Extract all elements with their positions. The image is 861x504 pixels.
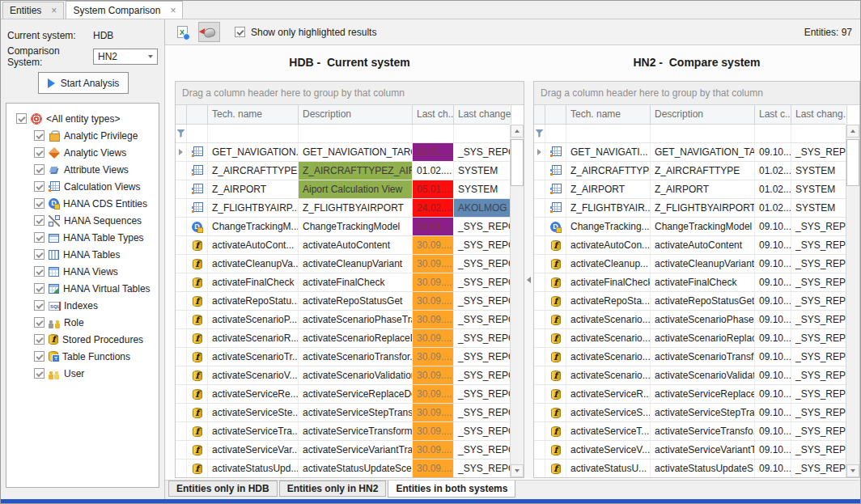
checkbox[interactable] <box>34 351 45 362</box>
checkbox[interactable] <box>34 317 45 328</box>
last-change-cell[interactable]: 01.02... <box>755 199 791 217</box>
table-row[interactable]: activateScenario...activateScenarioTrans… <box>534 348 846 366</box>
table-row[interactable]: activateServiceT...activateServiceTransf… <box>534 422 846 441</box>
row-indicator[interactable] <box>176 273 187 291</box>
tech-name-cell[interactable]: activateScenario... <box>566 311 651 328</box>
entity-icon-cell[interactable] <box>187 199 208 217</box>
tab-entities[interactable]: Entities× <box>2 2 64 19</box>
last-changed-by-cell[interactable]: _SYS_REPO <box>454 460 511 477</box>
entity-icon-cell[interactable] <box>545 329 566 347</box>
last-changed-by-cell[interactable]: _SYS_REPO <box>791 385 847 403</box>
last-changed-by-cell[interactable]: SYSTEM <box>454 162 511 180</box>
description-cell[interactable]: activateServiceReplace... <box>651 385 755 403</box>
tree-item-hana-cds-entities[interactable]: HANA CDS Entities <box>8 195 157 212</box>
tech-name-cell[interactable]: activateCleanupVa... <box>208 255 299 273</box>
last-changed-by-cell[interactable]: _SYS_REPO <box>791 236 847 254</box>
table-row[interactable]: ChangeTrackingM...ChangeTrackingModel19.… <box>176 218 510 236</box>
last-change-cell[interactable]: 09.10... <box>755 441 791 459</box>
tech-name-cell[interactable]: activateScenarioTr... <box>208 348 299 366</box>
row-indicator[interactable] <box>534 273 545 291</box>
table-row[interactable]: activateServiceTra...activateServiceTran… <box>176 422 510 441</box>
row-indicator[interactable] <box>176 255 187 273</box>
row-indicator[interactable] <box>176 460 187 477</box>
entity-icon-cell[interactable] <box>187 404 208 421</box>
last-changed-by-cell[interactable]: AKOLMOG <box>454 199 511 217</box>
table-row[interactable]: Z_AIRCRAFTTYPEZ_AIRCRAFTTYPE01.02...SYST… <box>534 162 846 180</box>
tree-item-role[interactable]: Role <box>8 314 157 331</box>
tech-name-cell[interactable]: activateServiceV... <box>566 441 651 459</box>
last-change-cell[interactable]: 24.02.... <box>413 199 454 217</box>
last-change-cell[interactable]: 30.09.... <box>413 460 454 477</box>
bottom-tab-entities-only-in-hn2[interactable]: Entities only in HN2 <box>279 481 387 497</box>
tech-name-cell[interactable]: GET_NAVIGATI... <box>566 143 651 161</box>
table-row[interactable]: GET_NAVIGATION...GET_NAVIGATION_TARG...1… <box>176 143 510 162</box>
last-changed-by-cell[interactable]: _SYS_REPO <box>454 422 511 440</box>
group-by-panel[interactable]: Drag a column header here to group by th… <box>176 82 524 105</box>
entity-icon-cell[interactable] <box>187 422 208 440</box>
entity-icon-cell[interactable] <box>545 143 566 161</box>
description-cell[interactable]: activateRepoStatusGet <box>299 292 413 310</box>
last-change-cell[interactable]: 30.09.... <box>413 329 454 347</box>
row-indicator[interactable] <box>176 162 187 180</box>
last-change-cell[interactable]: 09.10... <box>755 385 791 403</box>
last-change-cell[interactable]: 30.09.... <box>413 422 454 440</box>
row-indicator[interactable] <box>176 292 187 310</box>
description-cell[interactable]: activateCleanupVariant <box>299 255 413 273</box>
last-changed-by-cell[interactable]: SYSTEM <box>791 199 847 217</box>
table-row[interactable]: activateStatusU...activateStatusUpdateS.… <box>534 460 846 478</box>
last-changed-by-cell[interactable]: _SYS_REPO <box>454 311 511 328</box>
last-change-cell[interactable]: 30.09.... <box>413 441 454 459</box>
description-cell[interactable]: activateServiceReplaceDe... <box>299 385 413 403</box>
table-row[interactable]: activateAutoCon...activateAutoContent09.… <box>534 236 846 255</box>
tech-name-cell[interactable]: activateScenarioV... <box>208 366 299 384</box>
show-highlighted-option[interactable]: Show only highlighted results <box>235 27 376 38</box>
table-row[interactable]: Z_FLIGHTBYAIR...Z_FLIGHTBYAIRPORT01.02..… <box>534 199 846 218</box>
checkbox[interactable] <box>34 249 45 260</box>
last-change-cell[interactable]: 13.01.... <box>413 143 454 161</box>
row-indicator[interactable] <box>176 311 187 328</box>
comparison-system-select[interactable]: HN2 <box>93 49 158 65</box>
entity-icon-cell[interactable] <box>545 292 566 310</box>
tech-name-cell[interactable]: activateServiceSte... <box>208 404 299 421</box>
entity-icon-cell[interactable] <box>545 180 566 198</box>
tree-item-indexes[interactable]: Indexes <box>8 297 157 314</box>
entity-icon-cell[interactable] <box>187 366 208 384</box>
table-row[interactable]: activateStatusUpd...activateStatusUpdate… <box>176 460 510 478</box>
last-changed-by-cell[interactable]: SYSTEM <box>791 180 847 198</box>
description-cell[interactable]: activateStatusUpdateS... <box>651 460 755 477</box>
scroll-down-button[interactable] <box>846 464 859 477</box>
description-cell[interactable]: activateScenarioTransf... <box>651 348 755 366</box>
tech-name-cell[interactable]: activateRepoStatu... <box>208 292 299 310</box>
table-row[interactable]: activateServiceVar...activateServiceVari… <box>176 441 510 460</box>
row-indicator[interactable] <box>534 460 545 477</box>
close-icon[interactable]: × <box>51 6 57 15</box>
last-change-cell[interactable]: 09.10... <box>755 273 791 291</box>
description-cell[interactable]: activateFinalCheck <box>299 273 413 291</box>
tech-name-cell[interactable]: activateCleanup... <box>566 255 651 273</box>
tree-item-hana-virtual-tables[interactable]: HANA Virtual Tables <box>8 280 157 297</box>
last-changed-by-cell[interactable]: _SYS_REPO <box>791 292 847 310</box>
entity-icon-cell[interactable] <box>545 273 566 291</box>
start-analysis-button[interactable]: Start Analysis <box>38 72 129 94</box>
checkbox[interactable] <box>34 130 45 141</box>
vertical-scrollbar[interactable] <box>510 125 524 477</box>
row-indicator[interactable] <box>176 385 187 403</box>
row-indicator[interactable] <box>534 348 545 366</box>
entity-icon-cell[interactable] <box>187 441 208 459</box>
description-cell[interactable]: activateAutoContent <box>651 236 755 254</box>
entity-icon-cell[interactable] <box>187 311 208 328</box>
tech-name-cell[interactable]: activateAutoCont... <box>208 236 299 254</box>
column-header-tech-name[interactable]: Tech. name <box>208 105 299 124</box>
description-cell[interactable]: activateFinalCheck <box>651 273 755 291</box>
checkbox[interactable] <box>34 266 45 277</box>
checkbox[interactable] <box>34 181 45 192</box>
tree-item-stored-procedures[interactable]: Stored Procedures <box>8 331 157 348</box>
last-changed-by-cell[interactable]: _SYS_REPO <box>791 143 847 161</box>
scrollbar-thumb[interactable] <box>846 139 859 186</box>
table-row[interactable]: activateScenarioV...activateScenarioVali… <box>176 366 510 385</box>
last-change-cell[interactable]: 30.09.... <box>413 348 454 366</box>
row-indicator[interactable] <box>534 162 545 180</box>
table-row[interactable]: activateRepoSta...activateRepoStatusGet0… <box>534 292 846 311</box>
table-row[interactable]: activateServiceR...activateServiceReplac… <box>534 385 846 404</box>
bottom-tab-entities-in-both-systems[interactable]: Entities in both systems <box>388 480 515 498</box>
